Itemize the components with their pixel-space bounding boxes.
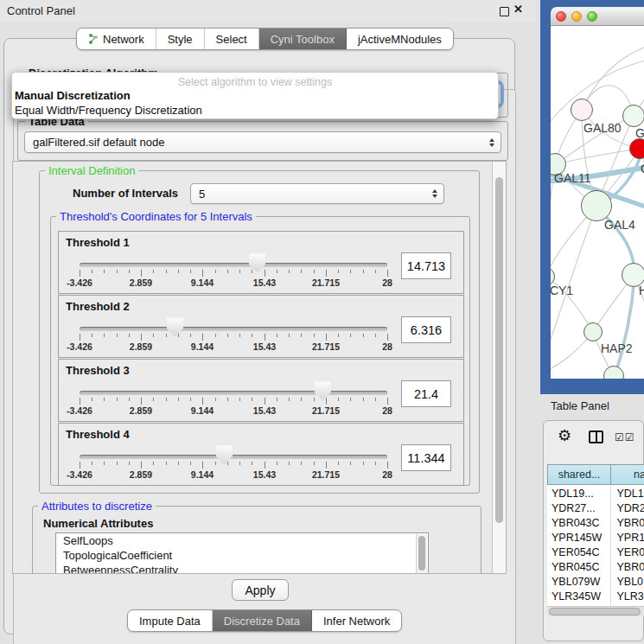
table-row[interactable]: YBL079WYBL0 [547, 574, 644, 589]
tab-cyni-toolbox[interactable]: Cyni Toolbox [259, 29, 347, 49]
table-data-value: galFiltered.sif default node [33, 136, 164, 149]
tick-label: 28 [382, 341, 392, 352]
column-header-shared[interactable]: shared... [547, 464, 611, 485]
threshold-panel: Threshold 4 -3.426 2.859 9.144 15.43 21.… [58, 423, 464, 486]
zoom-traffic-light-icon[interactable] [587, 11, 597, 22]
node-label: HAP2 [601, 341, 633, 355]
tick-label: 9.144 [191, 469, 214, 480]
threshold-value-field[interactable]: 11.344 [401, 444, 451, 471]
threshold-panel: Threshold 3 -3.426 2.859 9.144 15.43 21.… [58, 359, 464, 422]
attribute-item[interactable]: TopologicalCoefficient [56, 548, 428, 563]
settings-scrollbar-thumb[interactable] [495, 177, 503, 523]
network-node[interactable] [629, 138, 644, 159]
threshold-slider[interactable]: -3.426 2.859 9.144 15.43 21.715 28 [80, 296, 387, 359]
tick-label: 21.715 [312, 469, 340, 480]
tick-label: 21.715 [312, 405, 340, 416]
control-panel-titlebar: Control Panel ✕ [0, 0, 536, 22]
table-horizontal-scrollbar[interactable] [547, 606, 644, 616]
table-scrollbar-thumb[interactable] [549, 608, 641, 615]
tab-label: Infer Network [323, 615, 390, 628]
table-row[interactable]: YDR27...YDR2 [547, 501, 644, 515]
interval-definition-group: Interval Definition Number of Intervals … [39, 170, 480, 494]
algorithm-dropdown-popup: Select algorithm to view settings Manual… [11, 72, 499, 119]
attribute-item[interactable]: SelfLoops [56, 533, 428, 548]
control-panel-title: Control Panel [7, 4, 75, 17]
tab-infer-network[interactable]: Infer Network [312, 610, 401, 631]
popup-item-equal-width-frequency[interactable]: Equal Width/Frequency Discretization [15, 104, 202, 117]
table-row[interactable]: YBR045CYBR0 [547, 559, 644, 574]
slider-track[interactable] [80, 263, 387, 267]
table-panel: ⚙ ☑☑ shared... na YDL19...YDL1YDR27...YD… [543, 420, 644, 641]
threshold-slider[interactable]: -3.426 2.859 9.144 15.43 21.715 28 [80, 232, 387, 295]
tick-label: 15.43 [253, 469, 276, 480]
column-header-name[interactable]: na [610, 464, 644, 485]
slider-track[interactable] [80, 455, 387, 459]
apply-button[interactable]: Apply [232, 579, 289, 601]
table-row[interactable]: YBR043CYBR0 [547, 515, 644, 530]
threshold-value-field[interactable]: 6.316 [401, 316, 451, 343]
tick-label: 2.859 [130, 277, 152, 288]
slider-track[interactable] [80, 391, 387, 395]
tick-label: 21.715 [312, 277, 340, 288]
node-label: GCY1 [551, 284, 573, 297]
close-traffic-light-icon[interactable] [556, 11, 566, 22]
slider-ticks [80, 270, 387, 277]
tab-label: Discretize Data [224, 615, 300, 628]
network-node[interactable] [622, 105, 644, 127]
group-title: Threshold's Coordinates for 5 Intervals [56, 210, 256, 223]
table-row[interactable]: YPR145WYPR1 [547, 530, 644, 545]
threshold-value-field[interactable]: 14.713 [401, 252, 451, 279]
network-node[interactable] [583, 322, 603, 341]
group-title: Interval Definition [45, 164, 138, 177]
popup-item-manual-discretization[interactable]: Manual Discretization [15, 89, 131, 102]
node-label: GAL80 [583, 121, 622, 135]
tick-label: 2.859 [130, 469, 152, 480]
tick-label: -3.426 [67, 341, 92, 352]
numerical-attributes-label: Numerical Attributes [43, 517, 153, 530]
node-label: GA [635, 126, 644, 140]
network-icon [88, 33, 99, 45]
network-node[interactable] [581, 190, 612, 221]
tab-label: Cyni Toolbox [271, 33, 335, 46]
close-icon[interactable]: ✕ [513, 3, 523, 16]
network-window-titlebar[interactable] [551, 7, 644, 26]
threshold-slider[interactable]: -3.426 2.859 9.144 15.43 21.715 28 [80, 424, 387, 487]
number-of-intervals-combobox[interactable]: 5 [190, 183, 444, 204]
tab-label: Select [216, 33, 247, 46]
table-data-combobox[interactable]: galFiltered.sif default node [24, 131, 501, 153]
tab-style[interactable]: Style [156, 29, 205, 49]
tab-impute-data[interactable]: Impute Data [128, 610, 213, 631]
thresholds-group: Threshold's Coordinates for 5 Intervals … [50, 216, 470, 486]
network-canvas[interactable]: GAL80GACGAL11GAL4GCY1HHAP2 [551, 26, 644, 379]
select-columns-checkbox-icons[interactable]: ☑☑ [615, 431, 635, 443]
threshold-slider[interactable]: -3.426 2.859 9.144 15.43 21.715 28 [80, 360, 387, 423]
node-table: shared... na YDL19...YDL1YDR27...YDR2YBR… [547, 464, 644, 606]
cyni-mode-tabbar: Impute Data Discretize Data Infer Networ… [127, 609, 402, 632]
split-columns-icon[interactable] [589, 430, 603, 443]
gear-icon[interactable]: ⚙ [558, 426, 571, 445]
slider-ticks [80, 462, 387, 469]
threshold-value-field[interactable]: 21.4 [401, 380, 451, 407]
minimize-traffic-light-icon[interactable] [571, 11, 582, 22]
list-scrollbar[interactable] [416, 534, 427, 574]
tab-network[interactable]: Network [77, 29, 156, 49]
tab-jactivemnodules[interactable]: jActiveMNodules [347, 29, 453, 49]
numerical-attributes-list: SelfLoopsTopologicalCoefficientBetweenne… [56, 533, 428, 574]
list-scrollbar-thumb[interactable] [418, 536, 425, 571]
slider-track[interactable] [80, 327, 387, 331]
table-row[interactable]: YDL19...YDL1 [547, 486, 644, 501]
node-label: GAL4 [604, 218, 635, 232]
tab-select[interactable]: Select [205, 29, 259, 49]
tick-label: 15.43 [253, 277, 276, 288]
tab-label: Impute Data [139, 615, 201, 628]
attribute-item[interactable]: BetweennessCentrality [56, 563, 428, 574]
tab-discretize-data[interactable]: Discretize Data [213, 610, 312, 631]
float-window-icon[interactable] [500, 7, 509, 16]
table-row[interactable]: YLR345WYLR3 [547, 589, 644, 603]
settings-scroll-area: Interval Definition Number of Intervals … [12, 161, 507, 574]
settings-scrollbar[interactable] [492, 162, 506, 573]
numerical-attributes-listbox[interactable]: SelfLoopsTopologicalCoefficientBetweenne… [55, 532, 429, 574]
tick-label: -3.426 [67, 405, 92, 416]
table-row[interactable]: YER054CYER0 [547, 545, 644, 559]
network-node[interactable] [571, 99, 593, 121]
